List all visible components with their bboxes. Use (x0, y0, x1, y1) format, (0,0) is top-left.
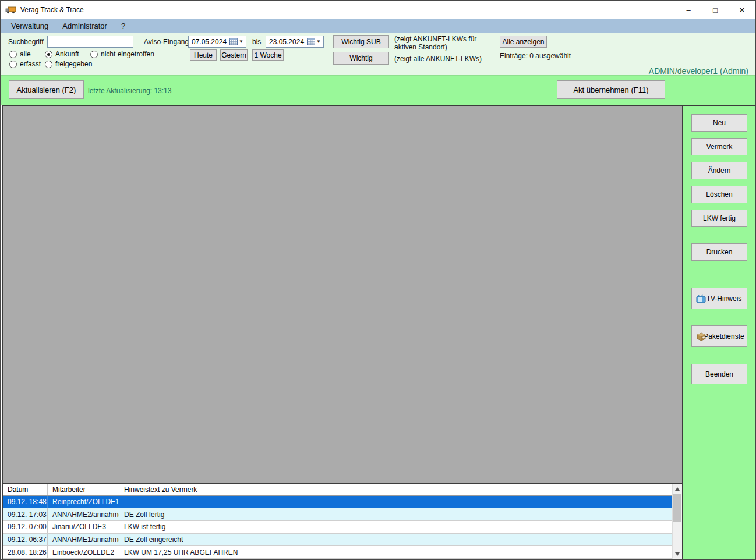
aviso-label: Aviso-Eingang (144, 38, 189, 46)
beenden-button[interactable]: Beenden (691, 364, 747, 384)
tv-hinweis-label: TV-Hinweis (706, 295, 742, 303)
radio-nicht-eingetroffen[interactable]: nicht eingetroffen (90, 50, 154, 58)
cell-mitarbeiter: Einboeck/ZOLLDE2 (48, 546, 119, 558)
paketdienste-button[interactable]: Paketdienste (691, 325, 747, 347)
bis-label: bis (252, 38, 261, 46)
menu-administrator[interactable]: Administrator (55, 20, 114, 31)
radio-ankunft[interactable]: Ankunft (45, 50, 79, 58)
radio-circle (45, 51, 52, 58)
loeschen-button[interactable]: Löschen (691, 186, 747, 203)
scrollbar-track[interactable] (673, 494, 682, 549)
log-table: Datum Mitarbeiter Hinweistext zu Vermerk… (3, 483, 682, 559)
table-scrollbar[interactable] (672, 484, 682, 559)
alle-anzeigen-button[interactable]: Alle anzeigen (500, 36, 547, 48)
radio-circle (9, 51, 17, 58)
radio-freigegeben[interactable]: freigegeben (45, 60, 92, 68)
search-label: Suchbegriff (8, 38, 44, 46)
action-bar: Aktualisieren (F2) letzte Aktualisierung… (1, 75, 755, 105)
calendar-icon (307, 38, 315, 45)
table-row[interactable]: 09.12. 17:03 ANNAHME2/annahme2 DE Zoll f… (3, 508, 672, 521)
wichtig-button[interactable]: Wichtig (333, 52, 389, 65)
wichtig-sub-hint: (zeigt ANKUNFT-LKWs für aktiven Standort… (394, 35, 496, 51)
refresh-button[interactable]: Aktualisieren (F2) (9, 80, 84, 99)
akt-uebernehmen-button[interactable]: Akt übernehmen (F11) (557, 80, 665, 99)
radio-alle[interactable]: alle (9, 50, 31, 58)
column-header-hinweistext[interactable]: Hinweistext zu Vermerk (119, 484, 672, 495)
cell-hinweis: LKW ist fertig (119, 521, 672, 533)
truck-icon (5, 6, 17, 14)
aendern-button[interactable]: Ändern (691, 162, 747, 179)
woche-button[interactable]: 1 Woche (252, 49, 284, 61)
titlebar: Verag Track & Trace – □ ✕ (1, 1, 755, 19)
entries-status: Einträge: 0 ausgewählt (500, 52, 571, 60)
date-to-value: 23.05.2024 (266, 38, 307, 46)
main-grid-area[interactable] (3, 106, 682, 483)
close-button[interactable]: ✕ (729, 1, 755, 19)
drucken-button[interactable]: Drucken (691, 243, 747, 261)
lkw-fertig-button[interactable]: LKW fertig (691, 210, 747, 227)
radio-circle (45, 61, 52, 68)
cell-datum: 28.08. 18:26 (3, 546, 48, 558)
wichtig-hint: (zeigt alle ANKUNFT-LKWs) (394, 55, 511, 63)
package-icon (696, 332, 706, 341)
vermerk-button[interactable]: Vermerk (691, 138, 747, 155)
menu-verwaltung[interactable]: Verwaltung (4, 20, 55, 31)
cell-hinweis (119, 496, 672, 508)
cell-hinweis: LKW UM 17,25 UHR ABGEFAHREN (119, 546, 672, 558)
column-header-datum[interactable]: Datum (3, 484, 48, 495)
cell-mitarbeiter: Reinprecht/ZOLLDE1 (48, 496, 119, 508)
table-header: Datum Mitarbeiter Hinweistext zu Vermerk (3, 484, 672, 496)
paketdienste-label: Paketdienste (704, 332, 744, 341)
search-input[interactable] (47, 36, 133, 48)
minimize-button[interactable]: – (675, 1, 702, 19)
tv-icon (696, 294, 706, 303)
calendar-icon (229, 38, 238, 45)
radio-circle (9, 61, 17, 68)
table-row[interactable]: 09.12. 07:00 Jinariu/ZOLLDE3 LKW ist fer… (3, 521, 672, 534)
chevron-down-icon: ▼ (316, 39, 321, 44)
heute-button[interactable]: Heute (190, 49, 217, 61)
window-title: Verag Track & Trace (20, 6, 84, 14)
app-window: Verag Track & Trace – □ ✕ Verwaltung Adm… (0, 0, 756, 560)
content-frame: Datum Mitarbeiter Hinweistext zu Vermerk… (2, 105, 683, 560)
wichtig-sub-button[interactable]: Wichtig SUB (333, 35, 389, 48)
date-to-picker[interactable]: 23.05.2024 ▼ (266, 36, 324, 48)
cell-hinweis: DE Zoll fertig (119, 508, 672, 520)
cell-datum: 09.12. 17:03 (3, 508, 48, 520)
sidebar: Neu Vermerk Ändern Löschen LKW fertig Dr… (683, 105, 756, 560)
cell-mitarbeiter: Jinariu/ZOLLDE3 (48, 521, 119, 533)
cell-datum: 09.12. 06:37 (3, 534, 48, 546)
cell-datum: 09.12. 18:48 (3, 496, 48, 508)
last-refresh-text: letzte Aktualisierung: 13:13 (88, 87, 171, 95)
chevron-down-icon: ▼ (239, 39, 243, 44)
tv-hinweis-button[interactable]: TV-Hinweis (691, 288, 747, 309)
menu-help[interactable]: ? (114, 20, 132, 31)
maximize-button[interactable]: □ (702, 1, 729, 19)
table-row[interactable]: 09.12. 18:48 Reinprecht/ZOLLDE1 (3, 496, 672, 509)
table-row[interactable]: 09.12. 06:37 ANNAHME1/annahme1 DE Zoll e… (3, 534, 672, 547)
gestern-button[interactable]: Gestern (220, 49, 248, 61)
date-from-value: 07.05.2024 (189, 38, 229, 46)
column-header-mitarbeiter[interactable]: Mitarbeiter (48, 484, 119, 495)
cell-mitarbeiter: ANNAHME1/annahme1 (48, 534, 119, 546)
cell-datum: 09.12. 07:00 (3, 521, 48, 533)
radio-erfasst[interactable]: erfasst (9, 60, 41, 68)
menubar: Verwaltung Administrator ? (1, 19, 755, 33)
radio-circle (90, 51, 98, 58)
table-row[interactable]: 28.08. 18:26 Einboeck/ZOLLDE2 LKW UM 17,… (3, 546, 672, 559)
neu-button[interactable]: Neu (691, 114, 747, 132)
cell-hinweis: DE Zoll eingereicht (119, 534, 672, 546)
scrollbar-thumb[interactable] (673, 494, 681, 522)
filter-panel: Suchbegriff alle Ankunft nicht eingetrof… (1, 33, 755, 75)
scroll-down-icon[interactable] (673, 549, 682, 559)
cell-mitarbeiter: ANNAHME2/annahme2 (48, 508, 119, 520)
date-from-picker[interactable]: 07.05.2024 ▼ (188, 36, 246, 48)
scroll-up-icon[interactable] (673, 484, 682, 494)
